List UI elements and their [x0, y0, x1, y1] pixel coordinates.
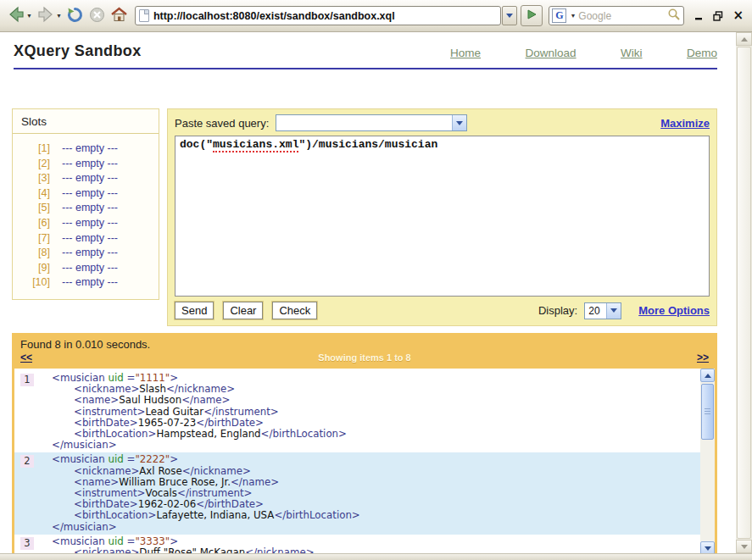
- slots-title: Slots: [13, 109, 159, 134]
- home-button[interactable]: [109, 4, 129, 28]
- site-header: XQuery Sandbox Home Download Wiki Demo: [14, 42, 717, 69]
- close-button[interactable]: ×: [732, 8, 744, 25]
- slot-index: [4]: [19, 186, 50, 202]
- close-icon: ×: [733, 9, 744, 22]
- query-panel-top: Paste saved query: Maximize: [175, 114, 710, 131]
- reload-icon: [66, 6, 84, 26]
- slot-item[interactable]: [9]--- empty ---: [19, 261, 152, 276]
- slot-label: --- empty ---: [62, 246, 118, 261]
- url-field[interactable]: [135, 6, 502, 25]
- go-icon: [526, 8, 538, 24]
- result-record: 3<musician uid ="3333"><nickname>Duff "R…: [14, 535, 700, 553]
- reload-button[interactable]: [65, 4, 85, 28]
- google-logo-icon[interactable]: G: [552, 8, 566, 23]
- page-icon: [139, 9, 149, 22]
- display-count-select[interactable]: 20: [584, 302, 621, 319]
- forward-button[interactable]: ▼: [36, 4, 63, 28]
- page-scroll-thumb[interactable]: [737, 47, 751, 539]
- search-engine-caret[interactable]: ▼: [570, 13, 576, 19]
- nav-link-home[interactable]: Home: [450, 47, 481, 59]
- slot-label: --- empty ---: [62, 216, 118, 231]
- thumb-grip: [705, 408, 710, 416]
- slot-item[interactable]: [10]--- empty ---: [19, 275, 152, 291]
- slot-label: --- empty ---: [62, 141, 118, 157]
- clear-button[interactable]: Clear: [223, 302, 263, 319]
- url-history-dropdown[interactable]: [502, 6, 517, 25]
- slot-item[interactable]: [4]--- empty ---: [19, 186, 152, 202]
- more-options-link[interactable]: More Options: [638, 304, 710, 317]
- go-button[interactable]: [521, 5, 543, 26]
- slot-label: --- empty ---: [62, 201, 118, 216]
- slots-list: [1]--- empty ---[2]--- empty ---[3]--- e…: [13, 134, 159, 299]
- results-header: Found 8 in 0.010 seconds. << Showing ite…: [12, 333, 717, 366]
- result-line-number: 3: [20, 537, 34, 550]
- page-viewport: XQuery Sandbox Home Download Wiki Demo S…: [0, 32, 752, 553]
- restore-button[interactable]: [712, 8, 724, 25]
- chevron-down-icon: [456, 121, 463, 125]
- page-scroll-down-button[interactable]: [736, 540, 752, 553]
- search-icon[interactable]: [667, 8, 681, 25]
- results-scroll-track[interactable]: [700, 382, 715, 541]
- scroll-up-button[interactable]: [700, 369, 715, 382]
- panels-row: Slots [1]--- empty ---[2]--- empty ---[3…: [12, 108, 717, 326]
- back-dropdown-caret[interactable]: ▼: [26, 13, 32, 19]
- slot-label: --- empty ---: [62, 275, 118, 291]
- slot-item[interactable]: [1]--- empty ---: [19, 141, 152, 157]
- query-panel-bottom: Send Clear Check Display: 20 More Option…: [175, 302, 710, 319]
- slot-index: [3]: [19, 171, 50, 186]
- search-box: G ▼: [549, 6, 684, 25]
- prev-page-link[interactable]: <<: [20, 352, 32, 363]
- main-nav: Home Download Wiki Demo: [409, 45, 717, 60]
- slot-index: [10]: [19, 275, 50, 291]
- slot-index: [9]: [19, 261, 50, 276]
- maximize-link[interactable]: Maximize: [660, 117, 710, 130]
- display-count-value: 20: [585, 303, 606, 319]
- results-scroll-thumb[interactable]: [701, 384, 714, 440]
- xml-line: <birthLocation>Lafayette, Indiana, USA</…: [52, 510, 697, 521]
- query-text: ")/musicians/musician: [298, 138, 437, 151]
- slot-label: --- empty ---: [62, 231, 118, 247]
- query-panel: Paste saved query: Maximize doc("musicia…: [167, 108, 717, 326]
- scroll-up-icon: [741, 37, 748, 42]
- slot-item[interactable]: [5]--- empty ---: [19, 201, 152, 216]
- page-content: XQuery Sandbox Home Download Wiki Demo S…: [0, 32, 736, 553]
- scroll-down-button[interactable]: [700, 541, 715, 553]
- results-box: 1<musician uid ="1111"><nickname>Slash</…: [12, 366, 717, 553]
- send-button[interactable]: Send: [175, 302, 214, 319]
- forward-icon: [36, 5, 55, 26]
- url-input[interactable]: [153, 10, 498, 22]
- page-scrollbar[interactable]: [736, 32, 752, 553]
- showing-items-label: Showing items 1 to 8: [32, 352, 697, 363]
- slot-item[interactable]: [6]--- empty ---: [19, 216, 152, 231]
- query-editor[interactable]: doc("musicians.xml")/musicians/musician: [175, 136, 710, 297]
- next-page-link[interactable]: >>: [697, 352, 709, 363]
- slot-item[interactable]: [2]--- empty ---: [19, 157, 152, 172]
- check-button[interactable]: Check: [272, 302, 317, 319]
- query-text-misspelled: musicians.xml: [213, 138, 298, 152]
- nav-link-demo[interactable]: Demo: [687, 47, 717, 59]
- results-scrollbar[interactable]: [700, 369, 715, 553]
- stop-button[interactable]: [87, 4, 107, 28]
- slot-index: [2]: [19, 157, 50, 172]
- nav-link-wiki[interactable]: Wiki: [621, 47, 643, 59]
- slot-item[interactable]: [3]--- empty ---: [19, 171, 152, 186]
- saved-query-value: [276, 115, 452, 130]
- search-input[interactable]: [578, 10, 665, 22]
- forward-dropdown-caret[interactable]: ▼: [56, 13, 62, 19]
- chevron-down-icon: [610, 308, 617, 313]
- page-scroll-track[interactable]: [736, 46, 752, 540]
- saved-query-select[interactable]: [276, 114, 467, 131]
- result-line-number: 2: [20, 455, 34, 468]
- nav-link-download[interactable]: Download: [526, 47, 577, 59]
- url-bar: [135, 5, 543, 26]
- display-label: Display:: [538, 304, 577, 317]
- minimize-button[interactable]: [694, 8, 705, 25]
- slot-item[interactable]: [8]--- empty ---: [19, 246, 152, 261]
- xml-line: <nickname>Duff "Rose" McKagan</nickname>: [52, 547, 697, 553]
- chevron-down-icon: [506, 14, 513, 18]
- scroll-down-icon: [705, 546, 711, 551]
- back-button[interactable]: ▼: [6, 4, 33, 28]
- slot-item[interactable]: [7]--- empty ---: [19, 231, 152, 247]
- page-title: XQuery Sandbox: [14, 42, 142, 60]
- page-scroll-up-button[interactable]: [736, 32, 752, 46]
